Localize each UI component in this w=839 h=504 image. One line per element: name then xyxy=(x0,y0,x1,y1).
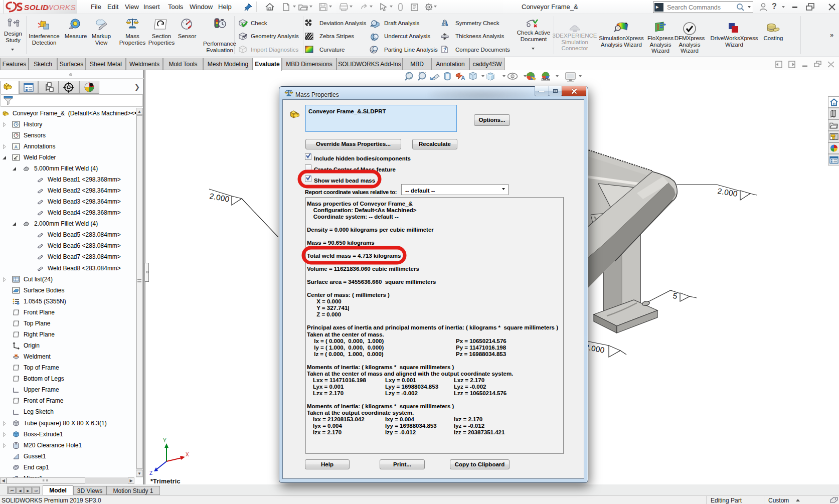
svg-text:X: X xyxy=(186,452,189,457)
svg-text:?: ? xyxy=(443,47,446,53)
svg-text:2.000: 2.000 xyxy=(209,192,230,204)
svg-text:2.000: 2.000 xyxy=(717,187,739,198)
svg-text:WORKS: WORKS xyxy=(46,3,76,12)
svg-text:Z: Z xyxy=(149,470,152,476)
svg-text:Y: Y xyxy=(163,438,166,443)
svg-text:A: A xyxy=(461,75,465,82)
svg-text:A: A xyxy=(15,144,18,149)
svg-text:5: 5 xyxy=(673,291,678,300)
svg-text:SOLID: SOLID xyxy=(24,3,49,12)
